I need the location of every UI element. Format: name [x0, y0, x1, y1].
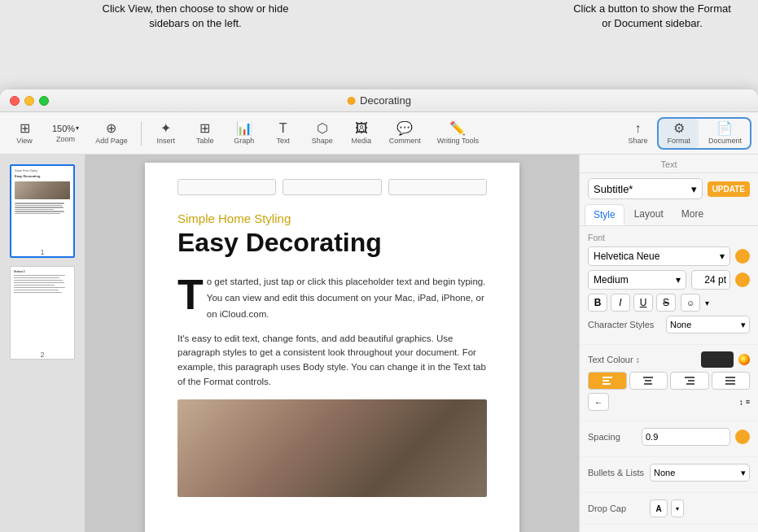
text-color-row: Text Colour ↕	[588, 351, 750, 368]
view-icon: ⊞	[20, 122, 30, 135]
spacing-row: Spacing 0.9	[588, 428, 750, 446]
doc-input-2[interactable]	[283, 179, 381, 195]
doc-input-3[interactable]	[388, 179, 487, 195]
doc-input-1[interactable]	[177, 179, 276, 195]
align-center-button[interactable]	[629, 372, 668, 390]
toolbar-zoom[interactable]: 150% ▾ Zoom	[46, 120, 85, 146]
tab-style[interactable]: Style	[585, 204, 624, 225]
align-row	[588, 372, 750, 390]
thumb-2-content: Section 2	[11, 267, 74, 349]
dropcap-label: Drop Cap	[588, 504, 645, 513]
toolbar-text[interactable]: T Text	[265, 119, 301, 148]
toolbar-shape[interactable]: ⬡ Shape	[305, 119, 340, 148]
drop-cap-letter: T	[177, 277, 204, 312]
document-canvas: Simple Home Styling Easy Decorating T o …	[85, 155, 579, 532]
divider	[141, 121, 142, 146]
svg-rect-11	[725, 383, 735, 385]
format-button[interactable]: ⚙ Format	[659, 119, 699, 148]
format-buttons: B I U S	[588, 294, 676, 312]
font-section: Font Helvetica Neue ▾ Medium ▾ 24 pt	[580, 226, 758, 345]
svg-rect-5	[644, 383, 652, 385]
toolbar-insert[interactable]: ✦ Insert	[148, 119, 184, 148]
toolbar-add-page[interactable]: ⊕ Add Page	[89, 119, 134, 148]
align-left-button[interactable]	[588, 372, 627, 390]
text-color-swatch[interactable]	[701, 351, 734, 368]
indent-row: ← ↕ ≡	[588, 393, 750, 411]
char-styles-label: Character Styles	[588, 320, 661, 329]
traffic-lights	[10, 96, 49, 106]
align-right-button[interactable]	[670, 372, 709, 390]
font-weight-dropdown[interactable]: Medium ▾	[588, 270, 686, 290]
align-justify-button[interactable]	[712, 372, 751, 390]
document-button[interactable]: 📄 Document	[700, 119, 750, 148]
toolbar-graph[interactable]: 📊 Graph	[226, 119, 262, 148]
toolbar-table[interactable]: ⊞ Table	[187, 119, 223, 148]
callout-right: Click a button to show the Format or Doc…	[571, 0, 734, 31]
font-name-dropdown[interactable]: Helvetica Neue ▾	[588, 246, 730, 266]
bullets-dropdown[interactable]: None ▾	[650, 464, 750, 482]
char-styles-dropdown[interactable]: None ▾	[666, 316, 750, 334]
font-size-input[interactable]: 24 pt	[691, 270, 730, 290]
spacing-icon	[735, 430, 750, 444]
close-button[interactable]	[10, 96, 20, 106]
color-dot[interactable]	[738, 354, 750, 365]
page-num-2: 2	[11, 351, 74, 359]
char-styles-row: Character Styles None ▾	[588, 316, 750, 334]
callout-area: Click View, then choose to show or hide …	[0, 0, 758, 89]
spacing-input[interactable]: 0.9	[642, 428, 730, 446]
tab-more[interactable]: More	[673, 204, 712, 225]
indent-spacer	[611, 393, 737, 411]
title-dot	[347, 97, 355, 105]
para-2: It's easy to edit text, change fonts, an…	[177, 332, 487, 390]
format-icon: ⚙	[673, 122, 685, 135]
toolbar-comment[interactable]: 💬 Comment	[383, 119, 427, 148]
strikethrough-button[interactable]: S	[656, 294, 676, 312]
font-size-icon	[735, 273, 750, 287]
svg-rect-8	[686, 383, 694, 385]
page-num-1: 1	[11, 248, 73, 256]
emoji-button[interactable]: ☺	[681, 294, 700, 312]
indent-less-button[interactable]: ←	[588, 393, 609, 411]
document-icon: 📄	[716, 122, 733, 135]
bold-button[interactable]: B	[588, 294, 607, 312]
font-name-icon	[735, 249, 750, 264]
underline-button[interactable]: U	[633, 294, 653, 312]
app-window: Decorating ⊞ View 150% ▾ Zoom ⊕ Add Page…	[0, 89, 758, 532]
bullets-row: Bullets & Lists None ▾	[588, 464, 750, 482]
minimize-button[interactable]	[24, 96, 34, 106]
insert-icon: ✦	[160, 122, 171, 135]
font-weight-row: Medium ▾ 24 pt	[588, 270, 750, 290]
graph-icon: 📊	[236, 122, 252, 135]
font-section-header: Font	[588, 233, 750, 242]
document-page: Simple Home Styling Easy Decorating T o …	[145, 163, 519, 532]
dropcap-preview[interactable]: A	[650, 499, 668, 517]
page-thumbnail-1[interactable]: Simple Home Styling Easy Decorating	[10, 164, 75, 258]
text-icon: T	[279, 122, 287, 135]
dropcap-row: Drop Cap A ▾	[588, 499, 750, 517]
toolbar-media[interactable]: 🖼 Media	[344, 119, 379, 148]
dropcap-chevron[interactable]: ▾	[671, 499, 684, 517]
page-thumbnail-2[interactable]: Section 2 2	[10, 266, 75, 360]
style-dropdown[interactable]: Subtitle* ▾	[588, 178, 703, 199]
toolbar-writing-tools[interactable]: ✏️ Writing Tools	[431, 119, 485, 148]
text-color-label: Text Colour ↕	[588, 355, 696, 364]
update-button[interactable]: UPDATE	[708, 181, 750, 197]
writing-tools-icon: ✏️	[449, 122, 466, 135]
svg-rect-6	[685, 377, 694, 378]
bullets-section: Bullets & Lists None ▾	[580, 457, 758, 493]
dropcap-section: Drop Cap A ▾	[580, 493, 758, 525]
tab-layout[interactable]: Layout	[626, 204, 672, 225]
maximize-button[interactable]	[39, 96, 49, 106]
dropcap-control: A ▾	[650, 499, 750, 517]
svg-rect-1	[602, 380, 609, 382]
toolbar-share[interactable]: ↑ Share	[621, 119, 654, 148]
doc-input-row	[177, 179, 487, 195]
text-color-section: Text Colour ↕	[580, 345, 758, 421]
italic-button[interactable]: I	[611, 294, 630, 312]
svg-rect-9	[725, 377, 735, 378]
format-panel-title: Text	[580, 155, 758, 173]
svg-rect-10	[725, 380, 735, 382]
drop-cap-para: T o get started, just tap or click this …	[177, 273, 487, 321]
toolbar-view[interactable]: ⊞ View	[7, 119, 42, 148]
svg-rect-0	[602, 377, 612, 378]
